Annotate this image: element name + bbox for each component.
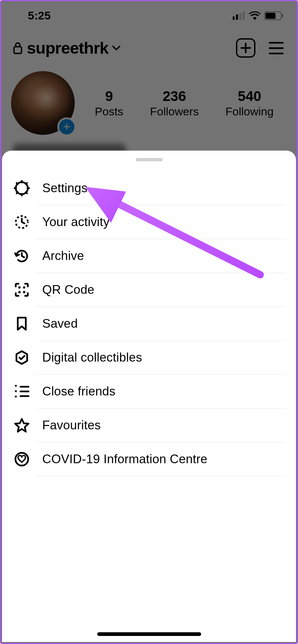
gear-icon [13,180,30,197]
menu-item-label: QR Code [42,283,95,297]
hexagon-check-icon [13,349,30,366]
qr-code-icon [13,281,30,298]
svg-point-20 [18,291,21,293]
bookmark-icon [13,315,30,332]
menu-item-archive[interactable]: Archive [12,239,286,273]
sheet-grabber[interactable] [136,158,163,161]
svg-point-18 [18,286,21,289]
menu-item-label: Favourites [42,418,101,432]
divider [36,476,286,476]
bottom-sheet: Settings Your activity Archive QR Code [2,151,296,642]
star-icon [13,417,30,434]
svg-line-15 [17,192,18,194]
home-indicator[interactable] [97,632,201,636]
menu-item-qr-code[interactable]: QR Code [12,273,286,307]
svg-point-21 [23,291,25,293]
menu-item-digital-collectibles[interactable]: Digital collectibles [12,341,286,374]
menu-item-label: Saved [42,317,78,331]
menu-item-label: Archive [42,249,84,263]
svg-point-25 [15,453,28,466]
menu-item-close-friends[interactable]: Close friends [12,375,286,408]
svg-line-13 [17,183,18,184]
svg-line-16 [26,183,27,184]
menu-item-label: Close friends [42,384,116,398]
activity-clock-icon [13,214,30,230]
heart-circle-icon [13,451,30,468]
star-list-icon [13,383,30,400]
menu-item-label: Your activity [42,215,110,229]
menu-item-favourites[interactable]: Favourites [12,409,286,442]
menu-item-your-activity[interactable]: Your activity [12,205,286,239]
svg-point-19 [23,286,25,289]
menu-list: Settings Your activity Archive QR Code [2,171,296,476]
menu-item-label: COVID-19 Information Centre [42,452,207,466]
svg-line-14 [26,192,27,194]
archive-history-icon [13,248,30,264]
menu-item-label: Digital collectibles [42,351,142,365]
menu-item-saved[interactable]: Saved [12,307,286,340]
menu-item-covid-info[interactable]: COVID-19 Information Centre [12,442,286,476]
menu-item-settings[interactable]: Settings [12,171,286,205]
menu-item-label: Settings [42,181,87,195]
